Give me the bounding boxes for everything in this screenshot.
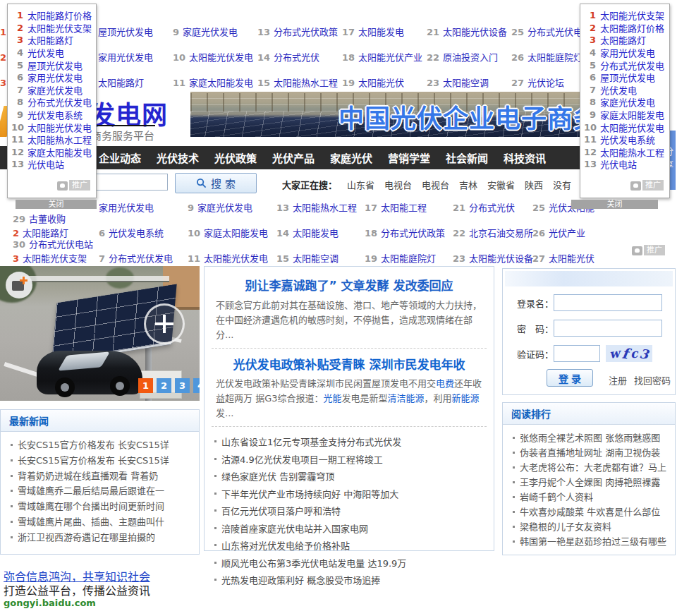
keyword-link[interactable]: 太阳能光伏发电 xyxy=(189,52,253,63)
list-item-link[interactable]: 浙江卫视西游奇遇记在哪里拍摄的 xyxy=(9,530,192,545)
list-item-link[interactable]: 涪陵首座家庭光伏电站并入国家电网 xyxy=(213,521,487,538)
keyword-link[interactable]: 家庭太阳能发电 xyxy=(204,228,268,238)
popup-keyword-link[interactable]: 屋顶光伏发电 xyxy=(600,71,655,84)
nav-item[interactable]: 营销学堂 xyxy=(388,150,430,165)
nav-item[interactable]: 光伏技术 xyxy=(157,150,199,165)
nav-item[interactable]: 光伏政策 xyxy=(214,150,257,165)
keyword-link[interactable]: 太阳能空调 xyxy=(443,78,489,88)
popup-keyword-link[interactable]: 太阳能光伏支架 xyxy=(600,9,664,22)
keyword-link[interactable]: 分布式光伏电站 xyxy=(29,239,93,250)
keyword-link[interactable]: 太阳能庭院灯 xyxy=(527,52,583,63)
popup-keyword-link[interactable]: 家庭太阳能发电 xyxy=(28,146,92,159)
hot-search-word[interactable]: 电视台 xyxy=(384,178,412,191)
keyword-link[interactable]: 家庭光伏发电 xyxy=(197,203,252,213)
keyword-link[interactable]: 太阳能发电 xyxy=(358,27,404,37)
popup-keyword-link[interactable]: 太阳能光伏发电 xyxy=(28,121,92,133)
keyword-link[interactable]: 家用光伏发电 xyxy=(98,52,153,63)
list-item-link[interactable]: 百亿元光伏项目落户呼和浩特 xyxy=(213,503,487,521)
screenshot-icon[interactable] xyxy=(6,272,32,298)
register-link[interactable]: 注册 xyxy=(609,373,627,387)
popup-keyword-link[interactable]: 太阳能热水工程 xyxy=(600,146,664,159)
captcha-image[interactable]: wfc3 xyxy=(606,345,652,362)
captcha-input[interactable] xyxy=(554,345,600,362)
popup-keyword-link[interactable]: 太阳能路灯价格 xyxy=(28,9,92,22)
hot-search-word[interactable]: 电视台 xyxy=(422,178,449,191)
keyword-link[interactable]: 屋顶光伏发电 xyxy=(98,27,153,37)
keyword-link[interactable]: 分布式光伏政策 xyxy=(381,228,445,238)
popup-keyword-link[interactable]: 分布式光伏发电 xyxy=(28,96,92,109)
keyword-link[interactable]: 太阳能路灯 xyxy=(98,78,144,88)
keyword-link[interactable]: 光伏论坛 xyxy=(527,78,564,88)
zoom-plus-icon[interactable] xyxy=(144,303,185,344)
popup-close-button[interactable]: 关闭 xyxy=(571,200,658,209)
list-item-link[interactable]: 韩国第一艳星赵茹珍拍过三级有哪些 xyxy=(511,534,668,549)
nav-item[interactable]: 家庭光伏 xyxy=(330,150,372,165)
login-button[interactable]: 登 录 xyxy=(547,369,593,387)
list-item-link[interactable]: 绿色家庭光伏 告别雾霾穹顶 xyxy=(213,469,487,486)
nav-item[interactable]: 企业动态 xyxy=(99,150,141,165)
hot-search-word[interactable]: 吉林 xyxy=(459,178,477,191)
list-item-link[interactable]: 雪域雄鹰在哪个台播出时间更新时间 xyxy=(9,499,192,514)
keyword-link[interactable]: 太阳能光伏 xyxy=(358,78,404,88)
list-item-link[interactable]: 长安CS15官方价格发布 长安CS15详 xyxy=(9,453,192,469)
popup-keyword-link[interactable]: 光伏电站 xyxy=(600,158,637,171)
list-item-link[interactable]: 雪域雄鹰乔二最后结局最后跟谁在一 xyxy=(9,483,192,499)
list-item-link[interactable]: 牛欢喜炒咸酸菜 牛欢喜是什么部位 xyxy=(511,505,668,519)
list-item-link[interactable]: 山东将对光伏发电给予价格补贴 xyxy=(213,538,487,555)
popup-keyword-link[interactable]: 光伏电站 xyxy=(28,158,64,171)
username-input[interactable] xyxy=(554,294,662,311)
popup-keyword-link[interactable]: 屋顶光伏发电 xyxy=(28,59,83,71)
popup-keyword-link[interactable]: 光伏发电系统 xyxy=(600,133,655,146)
list-item-link[interactable]: 王李丹妮个人全婐图 肉搏艳照裸露 xyxy=(511,475,668,490)
list-item-link[interactable]: 岩崎千鹤个人资料 xyxy=(511,490,668,505)
keyword-link[interactable]: 家用光伏发电 xyxy=(99,203,154,213)
hot-search-word[interactable]: 山东省 xyxy=(347,178,374,191)
headline-2[interactable]: 光伏发电政策补贴受青睐 深圳市民发电年收 xyxy=(209,355,489,373)
keyword-link[interactable]: 分布式光伏 xyxy=(274,52,319,63)
keyword-link[interactable]: 太阳能光伏发电 xyxy=(204,253,268,264)
popup-close-button[interactable]: 关闭 xyxy=(16,200,97,209)
list-item-link[interactable]: 雪域雄鹰片尾曲、插曲、主题曲叫什 xyxy=(9,514,192,530)
pagination-dot[interactable]: 4 xyxy=(193,378,200,393)
keyword-link[interactable]: 太阳能空调 xyxy=(293,253,338,264)
popup-keyword-link[interactable]: 光伏发电系统 xyxy=(28,109,83,121)
keyword-link[interactable]: 北京石油交易所 xyxy=(469,228,533,238)
nav-item[interactable]: 科技资讯 xyxy=(504,150,546,165)
keyword-link[interactable]: 太阳能路灯 xyxy=(23,228,68,238)
keyword-link[interactable]: 太阳能光伏设备 xyxy=(469,253,533,264)
inline-keyword-link[interactable]: 清洁能源 xyxy=(388,393,425,404)
hot-search-word[interactable]: 安徽省 xyxy=(487,178,515,191)
pagination-dot[interactable]: 1 xyxy=(138,378,153,393)
keyword-link[interactable]: 太阳能工程 xyxy=(381,203,427,213)
popup-keyword-link[interactable]: 太阳能路灯价格 xyxy=(600,22,664,35)
keyword-link[interactable]: 家庭光伏发电 xyxy=(183,27,238,37)
slideshow[interactable]: 1234 xyxy=(0,266,200,401)
popup-keyword-link[interactable]: 光伏发电 xyxy=(600,84,637,97)
keyword-link[interactable]: 光伏发电系统 xyxy=(109,228,164,238)
nav-item[interactable]: 社会新闻 xyxy=(446,150,488,165)
list-item-link[interactable]: 光热发电迎政策利好 概念股受市场追捧 xyxy=(213,572,487,590)
popup-keyword-link[interactable]: 家庭光伏发电 xyxy=(600,96,655,109)
pagination-dot[interactable]: 3 xyxy=(175,378,190,393)
pagination-dot[interactable]: 2 xyxy=(157,378,171,393)
popup-keyword-link[interactable]: 光伏发电 xyxy=(28,47,64,59)
list-item-link[interactable]: 梁稳根的儿子女友资料 xyxy=(511,519,668,534)
keyword-link[interactable]: 太阳能光伏产业 xyxy=(358,52,422,63)
popup-keyword-link[interactable]: 太阳能热水工程 xyxy=(28,133,92,146)
keyword-link[interactable]: 太阳能光伏 xyxy=(549,253,594,264)
keyword-link[interactable]: 分布式光伏政策 xyxy=(274,27,338,37)
keyword-link[interactable]: 太阳能光伏设备 xyxy=(443,27,507,37)
inline-keyword-link[interactable]: 电费 xyxy=(436,378,454,389)
keyword-link[interactable]: 光伏产业 xyxy=(549,228,585,238)
keyword-link[interactable]: 太阳能热水工程 xyxy=(293,203,357,213)
hot-search-word[interactable]: 没有 xyxy=(553,178,571,191)
hot-search-word[interactable]: 陕西 xyxy=(525,178,543,191)
list-item-link[interactable]: 背着奶奶进城在线直播观看 背着奶 xyxy=(9,469,192,484)
keyword-link[interactable]: 原油投资入门 xyxy=(443,52,498,63)
keyword-link[interactable]: 太阳能发电 xyxy=(293,228,338,238)
popup-keyword-link[interactable]: 分布式光伏发电 xyxy=(600,59,664,71)
keyword-link[interactable]: 太阳能热水工程 xyxy=(274,78,338,88)
list-item-link[interactable]: 张悠雨全裸艺术照图 张悠雨魅惑图 xyxy=(511,430,668,445)
keyword-link[interactable]: 家庭太阳能发电 xyxy=(189,78,253,88)
list-item-link[interactable]: 下半年光伏产业市场持续向好 中海阳等加大 xyxy=(213,486,487,504)
